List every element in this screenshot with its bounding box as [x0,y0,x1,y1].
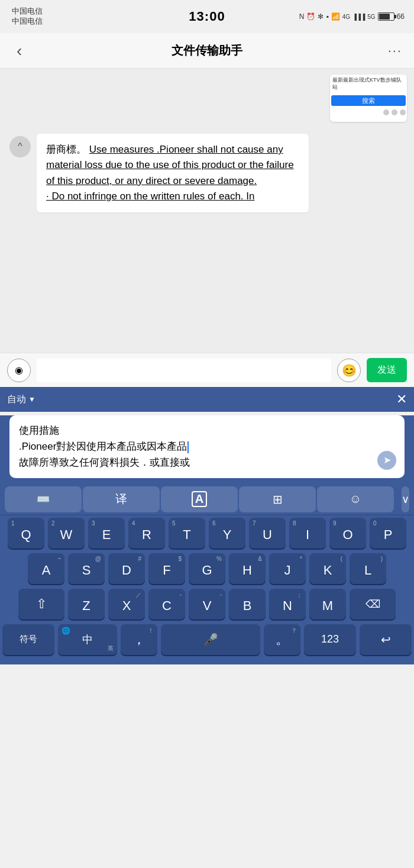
shift-key[interactable]: ⇧ [18,589,64,619]
ime-capture-icon: A [192,491,207,507]
ime-translate-btn[interactable]: 译 [83,486,160,512]
symbol-key[interactable]: 符号 [2,624,54,655]
key-Z[interactable]: Z [68,589,105,619]
ime-collapse-icon: ∨ [402,493,409,506]
key-sub-star: * [300,556,302,562]
comma-sub: ！ [148,627,154,635]
ime-layout-btn[interactable]: ⊞ [239,486,316,512]
alarm-icon: ⏰ [306,12,315,21]
num-key[interactable]: 123 [304,624,356,655]
space-key[interactable]: 🎤 [161,624,260,655]
globe-icon: 🌐 [62,627,70,635]
ime-input-line2: .Pioneer對於因使用本產品或因本產品 [19,438,395,454]
key-sub-dash2: - [220,591,222,598]
send-button[interactable]: 发送 [367,358,407,382]
delete-key[interactable]: ⌫ [350,589,396,619]
message-text-prefix: 册商標。 [46,144,86,155]
signal-icon2: ▐▐▐ [352,14,365,20]
key-sub-tilde: ~ [57,556,61,562]
period-label: 。 [276,631,289,648]
key-num-5: 5 [172,520,176,527]
key-W[interactable]: 2W [48,518,85,548]
key-sub-percent: % [216,556,222,562]
input-toolbar: ◉ 😊 发送 [0,353,414,387]
key-Q[interactable]: 1Q [8,518,44,548]
key-num-9: 9 [333,520,337,527]
4g-icon: 4G [342,14,350,20]
key-num-8: 8 [293,520,296,527]
ime-toolbar: 自动 ▼ ✕ [0,387,414,412]
message-input[interactable] [37,359,331,382]
preview-card-text: 最新最新出现式KTV数步辅队站 [330,75,407,93]
voice-button[interactable]: ◉ [7,359,31,382]
ime-send-arrow[interactable]: ➤ [377,451,396,470]
key-C[interactable]: -C [148,589,185,619]
period-key[interactable]: ？ 。 [264,624,300,655]
key-sub-slash: ／ [135,591,141,599]
preview-card-button[interactable]: 搜索 [331,95,406,106]
key-P[interactable]: 0P [370,518,406,548]
key-U[interactable]: 7U [249,518,286,548]
key-G[interactable]: %G [189,553,225,584]
enter-key[interactable]: ↩ [360,624,412,655]
key-J[interactable]: *J [269,553,306,584]
key-sub-amp: & [258,556,262,562]
nfc-icon: N [299,12,305,21]
ime-emoji-btn[interactable]: ☺ [317,486,394,512]
emoji-icon: 😊 [342,363,357,377]
key-sub-semi: ； [296,591,302,599]
key-N[interactable]: ；N [269,589,306,619]
keyboard-row-3: ⇧ Z ／X -C -V B ；N M ⌫ [2,589,412,619]
key-num-7: 7 [253,520,256,527]
key-num-4: 4 [132,520,135,527]
delete-icon: ⌫ [366,598,380,611]
dot-icon-1 [383,109,389,115]
back-button[interactable]: ‹ [12,37,27,65]
collapse-button[interactable]: ^ [9,136,31,157]
key-A[interactable]: ~A [28,553,64,584]
wifi-icon: 📶 [331,12,340,21]
key-H[interactable]: &H [229,553,266,584]
key-S[interactable]: @S [68,553,105,584]
key-B[interactable]: B [229,589,266,619]
emoji-button[interactable]: 😊 [337,359,361,382]
ime-keyboard-btn[interactable]: ⌨️ [5,486,82,512]
key-D[interactable]: #D [108,553,145,584]
ime-lang-selector[interactable]: 自动 ▼ [7,393,35,406]
comma-key[interactable]: ！ ， [121,624,157,655]
dot-icon-2 [392,109,397,115]
ime-close-button[interactable]: ✕ [396,392,407,407]
key-Y[interactable]: 6Y [209,518,245,548]
key-M[interactable]: M [309,589,346,619]
comma-label: ， [132,631,145,648]
preview-card[interactable]: 最新最新出现式KTV数步辅队站 搜索 [330,75,407,122]
key-R[interactable]: 4R [128,518,165,548]
key-F[interactable]: $F [148,553,185,584]
key-sub-rparen: ) [381,556,383,562]
bluetooth-icon: ✻ [318,12,324,21]
ime-capture-btn[interactable]: A [161,486,238,512]
key-I[interactable]: 8I [289,518,326,548]
keyboard-spacer [2,659,412,664]
key-K[interactable]: (K [309,553,346,584]
zh-sub-label: 英 [108,644,114,653]
key-L[interactable]: )L [350,553,386,584]
ime-layout-icon: ⊞ [273,492,283,506]
more-button[interactable]: ··· [388,43,402,59]
ime-translation-input[interactable]: 使用措施 .Pioneer對於因使用本產品或因本產品 故障所導致之任何資料損失．… [9,415,405,478]
zh-key[interactable]: 🌐 中 英 [58,624,117,655]
keyboard-func-row: 符号 🌐 中 英 ！ ， 🎤 ？ 。 123 ↩ [2,624,412,655]
key-E[interactable]: 3E [88,518,125,548]
keyboard-row-1: 1Q 2W 3E 4R 5T 6Y 7U 8I 9O 0P [2,518,412,548]
ime-collapse-btn[interactable]: ∨ [402,486,409,512]
key-T[interactable]: 5T [169,518,205,548]
key-X[interactable]: ／X [108,589,145,619]
ime-input-line3: 故障所導致之任何資料損失．或直接或 [19,454,395,470]
battery-fill [379,14,390,20]
key-O[interactable]: 9O [329,518,366,548]
message-container: ^ 册商標。 Use measures .Pioneer shall not c… [0,128,414,218]
nav-bar: ‹ 文件传输助手 ··· [0,33,414,69]
period-sub: ？ [291,627,297,635]
battery-icon [378,12,394,21]
key-V[interactable]: -V [189,589,225,619]
